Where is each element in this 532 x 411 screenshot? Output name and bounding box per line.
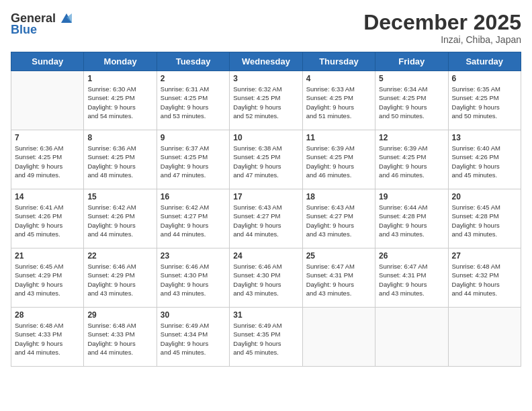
cell-line: Sunset: 4:31 PM <box>379 271 444 279</box>
day-number: 18 <box>306 192 371 201</box>
day-header-saturday: Saturday <box>448 52 521 71</box>
cell-line: Sunrise: 6:40 AM <box>452 144 517 152</box>
day-number: 22 <box>87 251 152 261</box>
day-number: 19 <box>379 192 444 201</box>
calendar-cell: 10Sunrise: 6:38 AMSunset: 4:25 PMDayligh… <box>230 130 302 189</box>
cell-line: and 44 minutes. <box>452 289 517 298</box>
day-number: 16 <box>161 192 226 201</box>
cell-line: Sunset: 4:29 PM <box>87 271 152 279</box>
week-row-5: 28Sunrise: 6:48 AMSunset: 4:33 PMDayligh… <box>11 308 521 367</box>
cell-line: Sunrise: 6:45 AM <box>15 262 80 271</box>
location-title: Inzai, Chiba, Japan <box>363 34 521 45</box>
cell-line: Sunrise: 6:48 AM <box>452 262 517 271</box>
cell-line: Sunrise: 6:35 AM <box>452 85 517 93</box>
calendar-cell: 20Sunrise: 6:45 AMSunset: 4:28 PMDayligh… <box>448 189 521 248</box>
cell-line: Daylight: 9 hours <box>452 162 517 171</box>
cell-line: Sunset: 4:29 PM <box>15 271 80 279</box>
cell-line: Sunset: 4:25 PM <box>306 93 371 102</box>
cell-line: Sunset: 4:25 PM <box>87 93 152 102</box>
calendar-cell: 26Sunrise: 6:47 AMSunset: 4:31 PMDayligh… <box>375 248 448 308</box>
calendar-cell: 25Sunrise: 6:47 AMSunset: 4:31 PMDayligh… <box>302 248 375 308</box>
cell-line: and 50 minutes. <box>452 111 517 120</box>
day-number: 26 <box>379 251 444 261</box>
page: General Blue December 2025 Inzai, Chiba,… <box>0 0 532 411</box>
cell-line: Daylight: 9 hours <box>379 103 444 111</box>
cell-line: Sunset: 4:25 PM <box>15 152 80 161</box>
cell-line: and 43 minutes. <box>15 289 80 298</box>
logo: General Blue <box>11 11 76 37</box>
cell-line: Sunrise: 6:42 AM <box>161 203 226 212</box>
cell-line: and 44 minutes. <box>87 230 152 238</box>
cell-line: and 44 minutes. <box>233 230 298 238</box>
cell-line: Daylight: 9 hours <box>161 221 226 230</box>
calendar-cell: 17Sunrise: 6:43 AMSunset: 4:27 PMDayligh… <box>230 189 302 248</box>
calendar-cell: 6Sunrise: 6:35 AMSunset: 4:25 PMDaylight… <box>448 71 521 130</box>
day-header-thursday: Thursday <box>302 52 375 71</box>
day-number: 15 <box>87 192 152 201</box>
day-number: 9 <box>161 133 226 142</box>
calendar-cell: 22Sunrise: 6:46 AMSunset: 4:29 PMDayligh… <box>84 248 157 308</box>
logo-blue: Blue <box>11 23 37 37</box>
calendar-cell: 3Sunrise: 6:32 AMSunset: 4:25 PMDaylight… <box>230 71 302 130</box>
cell-line: and 45 minutes. <box>452 171 517 179</box>
cell-line: Sunrise: 6:34 AM <box>379 85 444 93</box>
cell-line: Daylight: 9 hours <box>306 221 371 230</box>
calendar-body: 1Sunrise: 6:30 AMSunset: 4:25 PMDaylight… <box>11 71 521 367</box>
cell-line: Daylight: 9 hours <box>379 162 444 171</box>
day-header-wednesday: Wednesday <box>230 52 302 71</box>
cell-line: Daylight: 9 hours <box>15 339 80 348</box>
calendar-cell: 8Sunrise: 6:36 AMSunset: 4:25 PMDaylight… <box>84 130 157 189</box>
cell-line: Sunrise: 6:43 AM <box>233 203 298 212</box>
cell-line: Sunset: 4:35 PM <box>233 330 298 338</box>
cell-line: Sunrise: 6:37 AM <box>161 144 226 152</box>
cell-line: Daylight: 9 hours <box>15 162 80 171</box>
week-row-3: 14Sunrise: 6:41 AMSunset: 4:26 PMDayligh… <box>11 189 521 248</box>
day-number: 30 <box>161 310 226 320</box>
day-number: 5 <box>379 74 444 83</box>
calendar-cell: 14Sunrise: 6:41 AMSunset: 4:26 PMDayligh… <box>11 189 84 248</box>
calendar-cell: 18Sunrise: 6:43 AMSunset: 4:27 PMDayligh… <box>302 189 375 248</box>
day-number: 10 <box>233 133 298 142</box>
cell-line: and 47 minutes. <box>233 171 298 179</box>
day-number: 14 <box>15 192 80 201</box>
day-number: 12 <box>379 133 444 142</box>
cell-line: Sunrise: 6:32 AM <box>233 85 298 93</box>
day-number: 24 <box>233 251 298 261</box>
cell-line: Sunset: 4:32 PM <box>452 271 517 279</box>
cell-line: Daylight: 9 hours <box>15 280 80 289</box>
cell-line: and 46 minutes. <box>379 171 444 179</box>
calendar-cell <box>11 71 84 130</box>
cell-line: Daylight: 9 hours <box>161 339 226 348</box>
cell-line: and 43 minutes. <box>452 230 517 238</box>
day-header-friday: Friday <box>375 52 448 71</box>
day-number: 11 <box>306 133 371 142</box>
cell-line: Sunrise: 6:30 AM <box>87 85 152 93</box>
day-header-tuesday: Tuesday <box>157 52 229 71</box>
calendar-cell: 15Sunrise: 6:42 AMSunset: 4:26 PMDayligh… <box>84 189 157 248</box>
cell-line: and 43 minutes. <box>161 289 226 298</box>
cell-line: Sunrise: 6:31 AM <box>161 85 226 93</box>
cell-line: Sunset: 4:33 PM <box>87 330 152 338</box>
calendar-cell: 13Sunrise: 6:40 AMSunset: 4:26 PMDayligh… <box>448 130 521 189</box>
cell-line: Sunrise: 6:47 AM <box>306 262 371 271</box>
calendar-cell: 30Sunrise: 6:49 AMSunset: 4:34 PMDayligh… <box>157 308 229 367</box>
cell-line: Daylight: 9 hours <box>161 103 226 111</box>
day-number: 27 <box>452 251 517 261</box>
calendar-cell: 1Sunrise: 6:30 AMSunset: 4:25 PMDaylight… <box>84 71 157 130</box>
cell-line: Daylight: 9 hours <box>379 221 444 230</box>
cell-line: and 52 minutes. <box>233 111 298 120</box>
cell-line: Sunset: 4:25 PM <box>452 93 517 102</box>
cell-line: and 44 minutes. <box>87 348 152 357</box>
cell-line: Sunset: 4:25 PM <box>379 93 444 102</box>
day-number: 25 <box>306 251 371 261</box>
calendar-cell: 11Sunrise: 6:39 AMSunset: 4:25 PMDayligh… <box>302 130 375 189</box>
cell-line: Sunrise: 6:45 AM <box>452 203 517 212</box>
day-number: 4 <box>306 74 371 83</box>
cell-line: Sunset: 4:28 PM <box>379 212 444 220</box>
cell-line: Sunrise: 6:44 AM <box>379 203 444 212</box>
cell-line: and 43 minutes. <box>379 230 444 238</box>
calendar-cell: 2Sunrise: 6:31 AMSunset: 4:25 PMDaylight… <box>157 71 229 130</box>
day-number: 13 <box>452 133 517 142</box>
cell-line: Sunset: 4:25 PM <box>306 152 371 161</box>
title-section: December 2025 Inzai, Chiba, Japan <box>363 11 521 45</box>
